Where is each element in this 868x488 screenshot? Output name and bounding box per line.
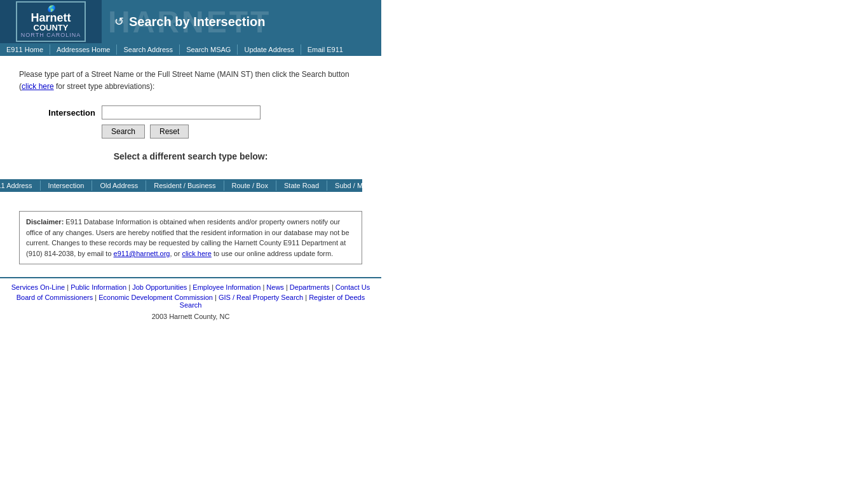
header: 🌎 Harnett COUNTY NORTH CAROLINA ↺ Search…: [0, 0, 381, 43]
nav-addresses-home[interactable]: Addresses Home: [50, 44, 117, 55]
header-watermark: ↺ Search by Intersection: [102, 0, 381, 43]
description-text: Please type part of a Street Name or the…: [19, 69, 362, 93]
nav-email-e911[interactable]: Email E911: [301, 44, 349, 55]
footer-links-2: Board of Commissioners | Economic Develo…: [6, 294, 375, 309]
search-type-tabs: E911 Address Intersection Old Address Re…: [0, 179, 362, 192]
logo-box: 🌎 Harnett COUNTY NORTH CAROLINA: [16, 1, 86, 42]
navbar: E911 Home Addresses Home Search Address …: [0, 43, 381, 56]
tab-e911-address[interactable]: E911 Address: [0, 180, 41, 191]
nav-search-msag[interactable]: Search MSAG: [180, 44, 238, 55]
click-here-link[interactable]: click here: [22, 82, 54, 91]
search-button[interactable]: Search: [102, 125, 145, 139]
footer-departments[interactable]: Departments: [290, 283, 330, 291]
footer-job-opps[interactable]: Job Opportunities: [132, 283, 187, 291]
footer-gis-search[interactable]: GIS / Real Property Search: [219, 294, 303, 301]
footer-news[interactable]: News: [266, 283, 284, 291]
footer: Services On-Line | Public Information | …: [0, 277, 381, 323]
tab-resident-business[interactable]: Resident / Business: [146, 180, 224, 191]
nav-search-address[interactable]: Search Address: [117, 44, 180, 55]
disclaimer-box: Disclaimer: E911 Database Information is…: [19, 211, 362, 264]
footer-board-commissioners[interactable]: Board of Commissioners: [17, 294, 93, 301]
description-text2: for street type abbreviations):: [54, 82, 155, 91]
logo-county-label: COUNTY: [21, 24, 81, 32]
disclaimer-click-here[interactable]: click here: [182, 250, 211, 257]
search-type-heading: Select a different search type below:: [19, 151, 362, 161]
tab-state-road[interactable]: State Road: [276, 180, 327, 191]
main-content: Please type part of a Street Name or the…: [0, 56, 381, 179]
logo-county: Harnett: [21, 12, 81, 24]
reset-button[interactable]: Reset: [150, 125, 189, 139]
copyright: 2003 Harnett County, NC: [6, 313, 375, 320]
footer-public-info[interactable]: Public Information: [71, 283, 126, 291]
search-type-section: Select a different search type below:: [19, 151, 362, 161]
refresh-icon: ↺: [114, 15, 124, 29]
page-title: Search by Intersection: [129, 15, 266, 29]
tab-subd-mhp[interactable]: Subd / MHP: [327, 180, 380, 191]
disclaimer-text3: to use our online address update form.: [212, 250, 333, 257]
nav-update-address[interactable]: Update Address: [238, 44, 301, 55]
footer-services-online[interactable]: Services On-Line: [11, 283, 65, 291]
logo-state: NORTH CAROLINA: [21, 32, 81, 38]
footer-links-1: Services On-Line | Public Information | …: [6, 283, 375, 291]
disclaimer-bold: Disclaimer:: [26, 218, 64, 226]
logo: 🌎 Harnett COUNTY NORTH CAROLINA: [0, 0, 102, 43]
footer-employee-info[interactable]: Employee Information: [193, 283, 261, 291]
search-form: Intersection Search Reset: [19, 105, 362, 139]
tab-old-address[interactable]: Old Address: [92, 180, 146, 191]
header-title-bar: ↺ Search by Intersection: [114, 15, 266, 29]
intersection-field-row: Intersection: [19, 105, 362, 119]
footer-economic-dev[interactable]: Economic Development Commission: [98, 294, 213, 301]
disclaimer-email-link[interactable]: e911@harnett.org: [114, 250, 170, 257]
intersection-label: Intersection: [19, 108, 102, 118]
tab-route-box[interactable]: Route / Box: [224, 180, 276, 191]
disclaimer-text2: , or: [170, 250, 182, 257]
intersection-input[interactable]: [102, 105, 261, 119]
footer-contact-us[interactable]: Contact Us: [336, 283, 370, 291]
nav-e911-home[interactable]: E911 Home: [0, 44, 50, 55]
form-buttons: Search Reset: [102, 125, 362, 139]
tab-intersection[interactable]: Intersection: [41, 180, 93, 191]
